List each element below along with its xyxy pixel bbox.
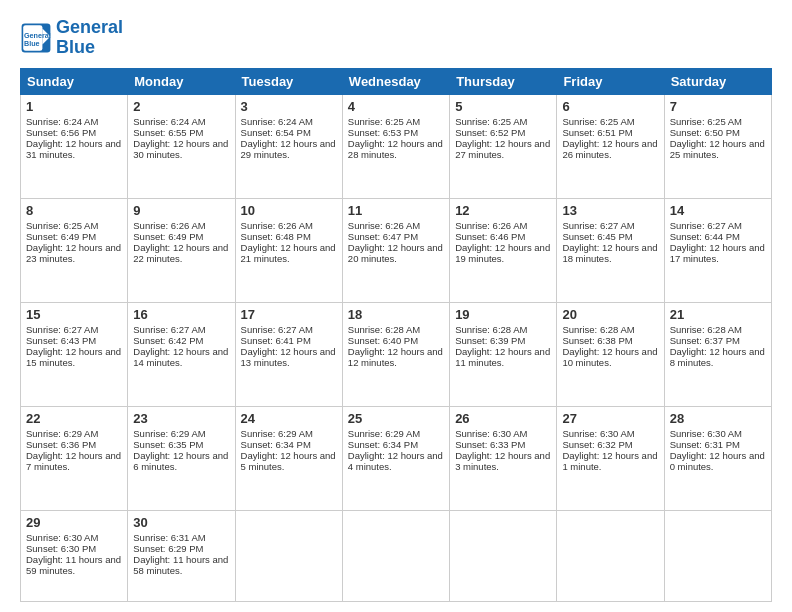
day-number: 20 — [562, 307, 658, 322]
calendar-cell — [450, 510, 557, 601]
daylight: Daylight: 12 hours and 18 minutes. — [562, 242, 657, 264]
calendar-cell: 17Sunrise: 6:27 AMSunset: 6:41 PMDayligh… — [235, 302, 342, 406]
daylight: Daylight: 12 hours and 15 minutes. — [26, 346, 121, 368]
calendar-cell — [557, 510, 664, 601]
day-number: 12 — [455, 203, 551, 218]
daylight: Daylight: 12 hours and 6 minutes. — [133, 450, 228, 472]
daylight: Daylight: 12 hours and 21 minutes. — [241, 242, 336, 264]
daylight: Daylight: 12 hours and 25 minutes. — [670, 138, 765, 160]
calendar-cell: 9Sunrise: 6:26 AMSunset: 6:49 PMDaylight… — [128, 198, 235, 302]
sunrise: Sunrise: 6:29 AM — [348, 428, 420, 439]
sunrise: Sunrise: 6:28 AM — [348, 324, 420, 335]
daylight: Daylight: 12 hours and 0 minutes. — [670, 450, 765, 472]
calendar-week-row: 1Sunrise: 6:24 AMSunset: 6:56 PMDaylight… — [21, 94, 772, 198]
calendar-cell: 29Sunrise: 6:30 AMSunset: 6:30 PMDayligh… — [21, 510, 128, 601]
day-number: 10 — [241, 203, 337, 218]
calendar-cell: 24Sunrise: 6:29 AMSunset: 6:34 PMDayligh… — [235, 406, 342, 510]
calendar-week-row: 22Sunrise: 6:29 AMSunset: 6:36 PMDayligh… — [21, 406, 772, 510]
day-number: 5 — [455, 99, 551, 114]
weekday-header: Tuesday — [235, 68, 342, 94]
sunset: Sunset: 6:47 PM — [348, 231, 418, 242]
logo-text: GeneralBlue — [56, 18, 123, 58]
day-number: 28 — [670, 411, 766, 426]
sunrise: Sunrise: 6:25 AM — [562, 116, 634, 127]
sunrise: Sunrise: 6:24 AM — [133, 116, 205, 127]
calendar-cell: 25Sunrise: 6:29 AMSunset: 6:34 PMDayligh… — [342, 406, 449, 510]
sunset: Sunset: 6:49 PM — [26, 231, 96, 242]
daylight: Daylight: 12 hours and 4 minutes. — [348, 450, 443, 472]
calendar-cell: 1Sunrise: 6:24 AMSunset: 6:56 PMDaylight… — [21, 94, 128, 198]
daylight: Daylight: 12 hours and 26 minutes. — [562, 138, 657, 160]
calendar-cell: 18Sunrise: 6:28 AMSunset: 6:40 PMDayligh… — [342, 302, 449, 406]
calendar-week-row: 15Sunrise: 6:27 AMSunset: 6:43 PMDayligh… — [21, 302, 772, 406]
weekday-header: Saturday — [664, 68, 771, 94]
calendar-cell: 11Sunrise: 6:26 AMSunset: 6:47 PMDayligh… — [342, 198, 449, 302]
day-number: 17 — [241, 307, 337, 322]
weekday-header: Friday — [557, 68, 664, 94]
sunset: Sunset: 6:34 PM — [348, 439, 418, 450]
calendar-cell: 3Sunrise: 6:24 AMSunset: 6:54 PMDaylight… — [235, 94, 342, 198]
calendar-week-row: 29Sunrise: 6:30 AMSunset: 6:30 PMDayligh… — [21, 510, 772, 601]
day-number: 24 — [241, 411, 337, 426]
sunset: Sunset: 6:50 PM — [670, 127, 740, 138]
sunset: Sunset: 6:41 PM — [241, 335, 311, 346]
daylight: Daylight: 12 hours and 11 minutes. — [455, 346, 550, 368]
sunrise: Sunrise: 6:29 AM — [241, 428, 313, 439]
sunset: Sunset: 6:44 PM — [670, 231, 740, 242]
sunset: Sunset: 6:55 PM — [133, 127, 203, 138]
sunrise: Sunrise: 6:28 AM — [455, 324, 527, 335]
sunset: Sunset: 6:48 PM — [241, 231, 311, 242]
sunset: Sunset: 6:31 PM — [670, 439, 740, 450]
calendar-cell: 19Sunrise: 6:28 AMSunset: 6:39 PMDayligh… — [450, 302, 557, 406]
daylight: Daylight: 12 hours and 29 minutes. — [241, 138, 336, 160]
sunset: Sunset: 6:56 PM — [26, 127, 96, 138]
sunrise: Sunrise: 6:28 AM — [670, 324, 742, 335]
sunset: Sunset: 6:51 PM — [562, 127, 632, 138]
day-number: 11 — [348, 203, 444, 218]
sunset: Sunset: 6:54 PM — [241, 127, 311, 138]
sunrise: Sunrise: 6:28 AM — [562, 324, 634, 335]
day-number: 1 — [26, 99, 122, 114]
sunrise: Sunrise: 6:30 AM — [26, 532, 98, 543]
calendar-table: SundayMondayTuesdayWednesdayThursdayFrid… — [20, 68, 772, 602]
sunrise: Sunrise: 6:29 AM — [26, 428, 98, 439]
daylight: Daylight: 11 hours and 59 minutes. — [26, 554, 121, 576]
calendar-cell: 28Sunrise: 6:30 AMSunset: 6:31 PMDayligh… — [664, 406, 771, 510]
sunrise: Sunrise: 6:26 AM — [241, 220, 313, 231]
svg-text:Blue: Blue — [24, 39, 40, 48]
sunrise: Sunrise: 6:29 AM — [133, 428, 205, 439]
calendar-cell: 14Sunrise: 6:27 AMSunset: 6:44 PMDayligh… — [664, 198, 771, 302]
sunrise: Sunrise: 6:24 AM — [26, 116, 98, 127]
calendar-cell: 20Sunrise: 6:28 AMSunset: 6:38 PMDayligh… — [557, 302, 664, 406]
daylight: Daylight: 12 hours and 27 minutes. — [455, 138, 550, 160]
header: General Blue GeneralBlue — [20, 18, 772, 58]
daylight: Daylight: 12 hours and 8 minutes. — [670, 346, 765, 368]
calendar-cell: 26Sunrise: 6:30 AMSunset: 6:33 PMDayligh… — [450, 406, 557, 510]
calendar-cell: 15Sunrise: 6:27 AMSunset: 6:43 PMDayligh… — [21, 302, 128, 406]
daylight: Daylight: 12 hours and 14 minutes. — [133, 346, 228, 368]
day-number: 8 — [26, 203, 122, 218]
daylight: Daylight: 12 hours and 3 minutes. — [455, 450, 550, 472]
daylight: Daylight: 12 hours and 30 minutes. — [133, 138, 228, 160]
sunset: Sunset: 6:35 PM — [133, 439, 203, 450]
day-number: 18 — [348, 307, 444, 322]
daylight: Daylight: 12 hours and 23 minutes. — [26, 242, 121, 264]
day-number: 25 — [348, 411, 444, 426]
day-number: 7 — [670, 99, 766, 114]
calendar-cell: 12Sunrise: 6:26 AMSunset: 6:46 PMDayligh… — [450, 198, 557, 302]
sunrise: Sunrise: 6:27 AM — [133, 324, 205, 335]
daylight: Daylight: 12 hours and 22 minutes. — [133, 242, 228, 264]
sunset: Sunset: 6:33 PM — [455, 439, 525, 450]
daylight: Daylight: 12 hours and 10 minutes. — [562, 346, 657, 368]
calendar-cell: 7Sunrise: 6:25 AMSunset: 6:50 PMDaylight… — [664, 94, 771, 198]
sunrise: Sunrise: 6:25 AM — [26, 220, 98, 231]
sunrise: Sunrise: 6:25 AM — [455, 116, 527, 127]
day-number: 26 — [455, 411, 551, 426]
calendar-cell — [235, 510, 342, 601]
sunrise: Sunrise: 6:31 AM — [133, 532, 205, 543]
daylight: Daylight: 12 hours and 20 minutes. — [348, 242, 443, 264]
day-number: 29 — [26, 515, 122, 530]
daylight: Daylight: 12 hours and 28 minutes. — [348, 138, 443, 160]
daylight: Daylight: 12 hours and 17 minutes. — [670, 242, 765, 264]
sunset: Sunset: 6:49 PM — [133, 231, 203, 242]
